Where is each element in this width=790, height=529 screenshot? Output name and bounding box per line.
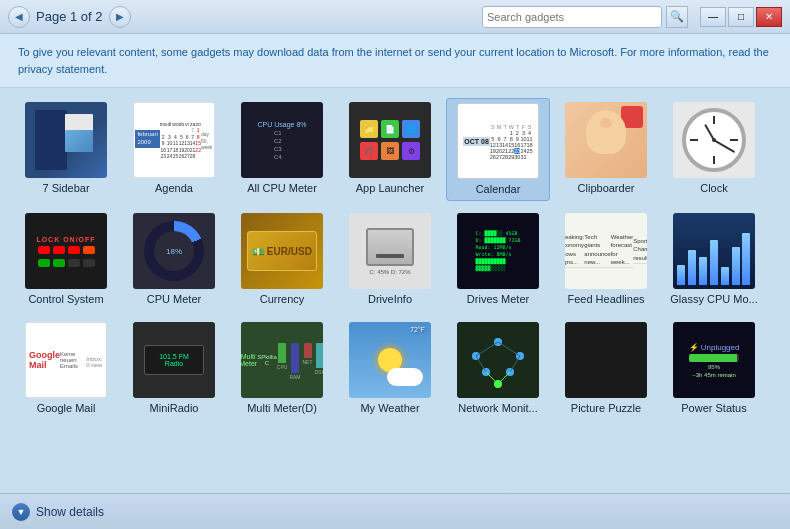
gadget-driveinfo[interactable]: C: 45% D: 72% DriveInfo: [338, 209, 442, 310]
gadget-networkmon[interactable]: Network Monit...: [446, 318, 550, 419]
title-bar-left: ◀ Page 1 of 2 ▶: [8, 6, 131, 28]
feed-line-4: Sports: Championship results: [633, 237, 647, 264]
gadget-clipboarder-label: Clipboarder: [578, 182, 635, 195]
gadget-googlemail-thumb: Google Mail Keine neuen Emails Inbox: 0 …: [25, 322, 107, 398]
show-details-button[interactable]: ▼ Show details: [12, 503, 104, 521]
title-bar-right: 🔍 — □ ✕: [482, 6, 782, 28]
gadget-picturepuzzle-thumb: [565, 322, 647, 398]
power-bar: [689, 354, 739, 362]
gadget-7sidebar[interactable]: 7 Sidebar: [14, 98, 118, 201]
gadget-calendar-label: Calendar: [476, 183, 521, 196]
gadget-powerstatus[interactable]: ⚡ Unplugged 95% ~3h 45m remain Power Sta…: [662, 318, 766, 419]
gadgets-grid: 7 Sidebar februari 2009 madiwodovrzazo 7…: [14, 98, 776, 420]
gadget-miniradio-thumb: 101.5 FMRadio: [133, 322, 215, 398]
feed-line-2: Tech giants announce new...: [584, 233, 610, 269]
gadget-applauncher[interactable]: 📁 📄 🌐 🎵 🖼 ⚙ App Launcher: [338, 98, 442, 201]
search-input[interactable]: [487, 11, 657, 23]
gadget-applauncher-thumb: 📁 📄 🌐 🎵 🖼 ⚙: [349, 102, 431, 178]
window-controls: — □ ✕: [700, 7, 782, 27]
gadget-clipboarder-thumb: [565, 102, 647, 178]
app-icon-row-2: 🎵 🖼 ⚙: [360, 142, 420, 160]
gadget-applauncher-label: App Launcher: [356, 182, 425, 195]
cpu-bar-2: C2: [274, 138, 290, 144]
network-nodes: [468, 334, 528, 386]
svg-line-3: [510, 356, 520, 372]
gadget-allcpumeter[interactable]: CPU Usage 8% C1 C2 C3 C4 All CP: [230, 98, 334, 201]
gadget-googlemail[interactable]: Google Mail Keine neuen Emails Inbox: 0 …: [14, 318, 118, 419]
gadget-miniradio[interactable]: 101.5 FMRadio MiniRadio: [122, 318, 226, 419]
gadget-feedheadlines-label: Feed Headlines: [567, 293, 644, 306]
gadget-myweather-thumb: 72°F: [349, 322, 431, 398]
close-button[interactable]: ✕: [756, 7, 782, 27]
gadget-allcpumeter-label: All CPU Meter: [247, 182, 317, 195]
gadget-cpumeter-thumb: 18%: [133, 213, 215, 289]
gadget-glassycpu-label: Glassy CPU Mo...: [670, 293, 757, 306]
prev-page-button[interactable]: ◀: [8, 6, 30, 28]
svg-line-5: [498, 372, 510, 384]
gadget-networkmon-label: Network Monit...: [458, 402, 537, 415]
search-box[interactable]: [482, 6, 662, 28]
gadget-driveinfo-label: DriveInfo: [368, 293, 412, 306]
gadget-miniradio-label: MiniRadio: [150, 402, 199, 415]
gadget-networkmon-thumb: [457, 322, 539, 398]
gadget-agenda[interactable]: februari 2009 madiwodovrzazo 71 2345678 …: [122, 98, 226, 201]
drive-icon: [366, 228, 414, 266]
svg-line-1: [498, 342, 520, 356]
privacy-notice: To give you relevant content, some gadge…: [0, 34, 790, 88]
gmail-text: Keine neuen Emails: [60, 351, 86, 369]
multimeter-title: Multi Meter: [241, 353, 257, 367]
gadget-controlsystem[interactable]: LOCK ON/OFF Control System: [14, 209, 118, 310]
gadget-clock[interactable]: Clock: [662, 98, 766, 201]
gadget-picturepuzzle-label: Picture Puzzle: [571, 402, 641, 415]
gadget-controlsystem-label: Control System: [28, 293, 103, 306]
gmail-logo: Google Mail: [29, 350, 60, 370]
gadget-clipboarder[interactable]: Clipboarder: [554, 98, 658, 201]
gadget-myweather-label: My Weather: [360, 402, 419, 415]
gadget-currency[interactable]: 💵 EUR/USD Currency: [230, 209, 334, 310]
gadget-clock-label: Clock: [700, 182, 728, 195]
gadget-multimeter-label: Multi Meter(D): [247, 402, 317, 415]
gadgets-area: 7 Sidebar februari 2009 madiwodovrzazo 7…: [0, 88, 790, 430]
svg-line-2: [476, 356, 486, 372]
bottom-bar: ▼ Show details: [0, 493, 790, 529]
minimize-button[interactable]: —: [700, 7, 726, 27]
gadget-currency-label: Currency: [260, 293, 305, 306]
gadget-glassycpu-thumb: [673, 213, 755, 289]
drives-meter-text: C: ████░░ 45GB D: ███████ 72GB Read: 12M…: [475, 230, 520, 272]
feed-line-3: Weather forecast for week...: [611, 233, 634, 269]
title-bar: ◀ Page 1 of 2 ▶ 🔍 — □ ✕: [0, 0, 790, 34]
gadget-calendar-thumb: OCT 08 SMTWTFS 1234 567891011 1213141516…: [457, 103, 539, 179]
sidebar-img-icon: [65, 130, 93, 152]
gadget-allcpumeter-thumb: CPU Usage 8% C1 C2 C3 C4: [241, 102, 323, 178]
gadget-picturepuzzle[interactable]: Picture Puzzle: [554, 318, 658, 419]
cpu-bar-1: C1: [274, 130, 290, 136]
gadget-drivesmeter[interactable]: C: ████░░ 45GB D: ███████ 72GB Read: 12M…: [446, 209, 550, 310]
gadget-agenda-thumb: februari 2009 madiwodovrzazo 71 2345678 …: [133, 102, 215, 178]
search-button[interactable]: 🔍: [666, 6, 688, 28]
gadget-calendar[interactable]: OCT 08 SMTWTFS 1234 567891011 1213141516…: [446, 98, 550, 201]
gadget-feedheadlines[interactable]: RSS Breaking: Economy shows signs... Tec…: [554, 209, 658, 310]
cpu-bar-3: C3: [274, 146, 290, 152]
gadget-multimeter[interactable]: Multi Meter SPkillia C CPU RAM NET DSK M…: [230, 318, 334, 419]
gadget-cpumeter[interactable]: 18% CPU Meter: [122, 209, 226, 310]
gadget-cpumeter-label: CPU Meter: [147, 293, 201, 306]
gadget-7sidebar-label: 7 Sidebar: [42, 182, 89, 195]
radio-display: 101.5 FMRadio: [144, 345, 204, 375]
app-icon-row-1: 📁 📄 🌐: [360, 120, 420, 138]
gadget-glassycpu[interactable]: Glassy CPU Mo...: [662, 209, 766, 310]
gadget-myweather[interactable]: 72°F My Weather: [338, 318, 442, 419]
gadget-multimeter-thumb: Multi Meter SPkillia C CPU RAM NET DSK: [241, 322, 323, 398]
gadget-drivesmeter-thumb: C: ████░░ 45GB D: ███████ 72GB Read: 12M…: [457, 213, 539, 289]
gadget-powerstatus-label: Power Status: [681, 402, 746, 415]
page-label: Page 1 of 2: [36, 9, 103, 24]
next-page-button[interactable]: ▶: [109, 6, 131, 28]
weather-cloud-icon: [387, 368, 423, 386]
gadget-currency-thumb: 💵 EUR/USD: [241, 213, 323, 289]
gadget-7sidebar-thumb: [25, 102, 107, 178]
currency-card: 💵 EUR/USD: [247, 231, 317, 271]
privacy-text: To give you relevant content, some gadge…: [18, 46, 769, 75]
gadget-controlsystem-thumb: LOCK ON/OFF: [25, 213, 107, 289]
gadget-powerstatus-thumb: ⚡ Unplugged 95% ~3h 45m remain: [673, 322, 755, 398]
maximize-button[interactable]: □: [728, 7, 754, 27]
cpu-title: CPU Usage 8%: [257, 121, 306, 128]
